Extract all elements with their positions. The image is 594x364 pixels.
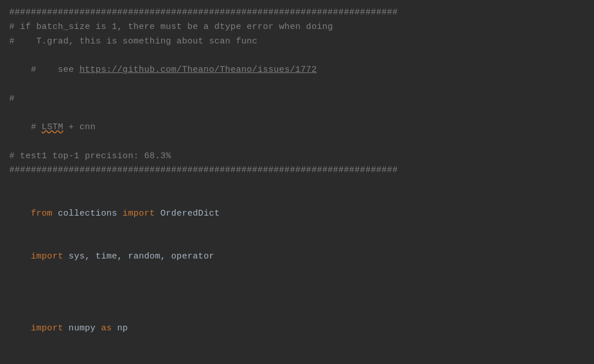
space: collections	[52, 209, 122, 219]
line-1: ########################################…	[9, 6, 585, 20]
line-5: #	[9, 92, 585, 107]
line-3: # T.grad, this is something about scan f…	[9, 35, 585, 49]
code-editor: ########################################…	[0, 0, 594, 364]
github-link[interactable]: https://github.com/Theano/Theano/issues/…	[79, 65, 317, 75]
ordered-dict: OrderedDict	[155, 209, 220, 219]
blank-line-1	[9, 178, 585, 192]
import-keyword-2: import	[31, 252, 63, 261]
comment-prefix: # see	[31, 65, 79, 75]
line-8: ########################################…	[9, 163, 585, 178]
lstm-text: LSTM	[42, 122, 63, 132]
line-6: # LSTM + cnn	[9, 106, 585, 149]
line-4: # see https://github.com/Theano/Theano/i…	[9, 49, 585, 92]
as-keyword-1: as	[101, 323, 112, 333]
line-2: # if batch_size is 1, there must be a dt…	[9, 20, 585, 35]
line-10: from collections import OrderedDict	[9, 192, 585, 235]
line-14: import numpy as np	[9, 307, 585, 350]
comment-hash: #	[31, 122, 42, 132]
blank-line-2	[9, 278, 585, 293]
line-7: # test1 top-1 precision: 68.3%	[9, 150, 585, 164]
rest-modules: , time, random, operator	[85, 252, 214, 261]
from-keyword-1: from	[31, 209, 52, 219]
line-11: import sys, time, random, operator	[9, 235, 585, 278]
modules-text: sys	[63, 252, 85, 261]
np-alias: np	[112, 323, 128, 333]
blank-line-3	[9, 293, 585, 307]
comment-rest: + cnn	[63, 122, 96, 132]
line-15: import theano	[9, 350, 585, 364]
import-keyword-3: import	[31, 323, 63, 333]
import-keyword-1: import	[122, 209, 155, 219]
numpy-text: numpy	[63, 323, 101, 333]
